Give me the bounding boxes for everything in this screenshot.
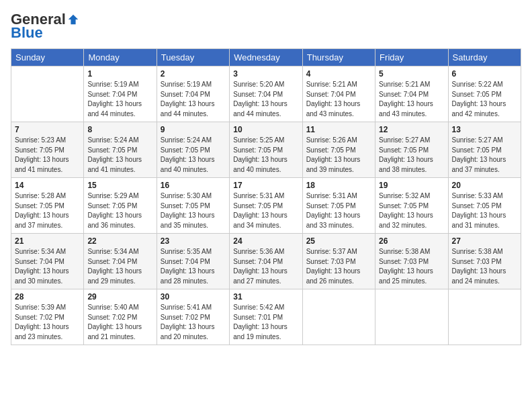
day-number: 18: [306, 181, 371, 190]
day-info: Sunrise: 5:21 AM Sunset: 7:04 PM Dayligh…: [306, 80, 371, 119]
day-number: 31: [233, 292, 298, 302]
calendar-week-row: 7Sunrise: 5:23 AM Sunset: 7:05 PM Daylig…: [11, 122, 521, 178]
day-info: Sunrise: 5:40 AM Sunset: 7:02 PM Dayligh…: [87, 303, 152, 342]
calendar-cell: 27Sunrise: 5:38 AM Sunset: 7:03 PM Dayli…: [448, 234, 521, 289]
day-number: 6: [452, 69, 517, 79]
day-info: Sunrise: 5:21 AM Sunset: 7:04 PM Dayligh…: [379, 80, 444, 119]
day-info: Sunrise: 5:24 AM Sunset: 7:05 PM Dayligh…: [161, 136, 226, 175]
day-number: 13: [452, 125, 517, 134]
calendar-cell: 26Sunrise: 5:38 AM Sunset: 7:03 PM Dayli…: [375, 234, 448, 289]
day-info: Sunrise: 5:22 AM Sunset: 7:05 PM Dayligh…: [452, 80, 517, 119]
day-number: 15: [87, 181, 152, 190]
calendar-cell: 28Sunrise: 5:39 AM Sunset: 7:02 PM Dayli…: [11, 289, 84, 345]
calendar-cell: 10Sunrise: 5:25 AM Sunset: 7:05 PM Dayli…: [230, 122, 302, 178]
day-number: 10: [233, 125, 298, 134]
weekday-header: Thursday: [302, 49, 375, 66]
day-number: 21: [15, 236, 80, 246]
calendar-cell: 30Sunrise: 5:41 AM Sunset: 7:02 PM Dayli…: [157, 289, 229, 345]
page-header: General Blue: [11, 11, 521, 42]
day-number: 8: [87, 125, 152, 134]
calendar-cell: 8Sunrise: 5:24 AM Sunset: 7:05 PM Daylig…: [84, 122, 157, 178]
calendar-cell: 15Sunrise: 5:29 AM Sunset: 7:05 PM Dayli…: [84, 178, 157, 234]
day-number: 4: [306, 69, 371, 79]
day-number: 2: [161, 69, 226, 79]
weekday-header: Sunday: [11, 49, 84, 66]
weekday-header: Monday: [84, 49, 157, 66]
day-info: Sunrise: 5:26 AM Sunset: 7:05 PM Dayligh…: [306, 136, 371, 175]
calendar-cell: 1Sunrise: 5:19 AM Sunset: 7:04 PM Daylig…: [84, 66, 157, 122]
day-number: 1: [87, 69, 152, 79]
day-info: Sunrise: 5:30 AM Sunset: 7:05 PM Dayligh…: [161, 191, 226, 230]
calendar-cell: 14Sunrise: 5:28 AM Sunset: 7:05 PM Dayli…: [11, 178, 84, 234]
calendar-cell: 31Sunrise: 5:42 AM Sunset: 7:01 PM Dayli…: [230, 289, 302, 345]
weekday-header: Wednesday: [230, 49, 302, 66]
calendar-header-row: SundayMondayTuesdayWednesdayThursdayFrid…: [11, 49, 521, 66]
day-info: Sunrise: 5:19 AM Sunset: 7:04 PM Dayligh…: [161, 80, 226, 119]
day-info: Sunrise: 5:36 AM Sunset: 7:04 PM Dayligh…: [233, 247, 298, 286]
day-number: 27: [452, 236, 517, 246]
calendar-cell: 22Sunrise: 5:34 AM Sunset: 7:04 PM Dayli…: [84, 234, 157, 289]
calendar-cell: 29Sunrise: 5:40 AM Sunset: 7:02 PM Dayli…: [84, 289, 157, 345]
day-info: Sunrise: 5:42 AM Sunset: 7:01 PM Dayligh…: [233, 303, 298, 342]
calendar-cell: 21Sunrise: 5:34 AM Sunset: 7:04 PM Dayli…: [11, 234, 84, 289]
day-info: Sunrise: 5:25 AM Sunset: 7:05 PM Dayligh…: [233, 136, 298, 175]
day-info: Sunrise: 5:27 AM Sunset: 7:05 PM Dayligh…: [379, 136, 444, 175]
day-info: Sunrise: 5:39 AM Sunset: 7:02 PM Dayligh…: [15, 303, 80, 342]
calendar-cell: 3Sunrise: 5:20 AM Sunset: 7:04 PM Daylig…: [230, 66, 302, 122]
weekday-header: Tuesday: [157, 49, 229, 66]
day-number: 14: [15, 181, 80, 190]
day-info: Sunrise: 5:20 AM Sunset: 7:04 PM Dayligh…: [233, 80, 298, 119]
logo: General Blue: [11, 11, 79, 42]
calendar-cell: 2Sunrise: 5:19 AM Sunset: 7:04 PM Daylig…: [157, 66, 229, 122]
day-number: 16: [161, 181, 226, 190]
day-info: Sunrise: 5:38 AM Sunset: 7:03 PM Dayligh…: [379, 247, 444, 286]
calendar-cell: 13Sunrise: 5:27 AM Sunset: 7:05 PM Dayli…: [448, 122, 521, 178]
day-number: 23: [161, 236, 226, 246]
day-number: 30: [161, 292, 226, 302]
day-number: 17: [233, 181, 298, 190]
day-number: 20: [452, 181, 517, 190]
calendar-cell: 11Sunrise: 5:26 AM Sunset: 7:05 PM Dayli…: [302, 122, 375, 178]
day-number: 28: [15, 292, 80, 302]
day-info: Sunrise: 5:32 AM Sunset: 7:05 PM Dayligh…: [379, 191, 444, 230]
day-number: 26: [379, 236, 444, 246]
day-info: Sunrise: 5:29 AM Sunset: 7:05 PM Dayligh…: [87, 191, 152, 230]
day-number: 12: [379, 125, 444, 134]
calendar-cell: [302, 289, 375, 345]
calendar-cell: 12Sunrise: 5:27 AM Sunset: 7:05 PM Dayli…: [375, 122, 448, 178]
day-info: Sunrise: 5:34 AM Sunset: 7:04 PM Dayligh…: [15, 247, 80, 286]
day-info: Sunrise: 5:27 AM Sunset: 7:05 PM Dayligh…: [452, 136, 517, 175]
calendar-week-row: 28Sunrise: 5:39 AM Sunset: 7:02 PM Dayli…: [11, 289, 521, 345]
weekday-header: Saturday: [448, 49, 521, 66]
day-info: Sunrise: 5:31 AM Sunset: 7:05 PM Dayligh…: [306, 191, 371, 230]
day-info: Sunrise: 5:31 AM Sunset: 7:05 PM Dayligh…: [233, 191, 298, 230]
calendar-table: SundayMondayTuesdayWednesdayThursdayFrid…: [11, 48, 521, 345]
calendar-cell: 17Sunrise: 5:31 AM Sunset: 7:05 PM Dayli…: [230, 178, 302, 234]
day-number: 29: [87, 292, 152, 302]
logo-blue: Blue: [11, 24, 43, 42]
weekday-header: Friday: [375, 49, 448, 66]
day-number: 25: [306, 236, 371, 246]
calendar-cell: [11, 66, 84, 122]
day-info: Sunrise: 5:24 AM Sunset: 7:05 PM Dayligh…: [87, 136, 152, 175]
calendar-cell: 16Sunrise: 5:30 AM Sunset: 7:05 PM Dayli…: [157, 178, 229, 234]
calendar-cell: 9Sunrise: 5:24 AM Sunset: 7:05 PM Daylig…: [157, 122, 229, 178]
calendar-week-row: 1Sunrise: 5:19 AM Sunset: 7:04 PM Daylig…: [11, 66, 521, 122]
calendar-week-row: 21Sunrise: 5:34 AM Sunset: 7:04 PM Dayli…: [11, 234, 521, 289]
day-info: Sunrise: 5:28 AM Sunset: 7:05 PM Dayligh…: [15, 191, 80, 230]
calendar-cell: 25Sunrise: 5:37 AM Sunset: 7:03 PM Dayli…: [302, 234, 375, 289]
day-info: Sunrise: 5:19 AM Sunset: 7:04 PM Dayligh…: [87, 80, 152, 119]
calendar-cell: 4Sunrise: 5:21 AM Sunset: 7:04 PM Daylig…: [302, 66, 375, 122]
day-info: Sunrise: 5:23 AM Sunset: 7:05 PM Dayligh…: [15, 136, 80, 175]
day-number: 9: [161, 125, 226, 134]
logo-icon: [67, 13, 79, 26]
calendar-cell: 23Sunrise: 5:35 AM Sunset: 7:04 PM Dayli…: [157, 234, 229, 289]
day-number: 19: [379, 181, 444, 190]
day-number: 24: [233, 236, 298, 246]
calendar-cell: 18Sunrise: 5:31 AM Sunset: 7:05 PM Dayli…: [302, 178, 375, 234]
day-info: Sunrise: 5:38 AM Sunset: 7:03 PM Dayligh…: [452, 247, 517, 286]
calendar-week-row: 14Sunrise: 5:28 AM Sunset: 7:05 PM Dayli…: [11, 178, 521, 234]
calendar-cell: 19Sunrise: 5:32 AM Sunset: 7:05 PM Dayli…: [375, 178, 448, 234]
day-info: Sunrise: 5:41 AM Sunset: 7:02 PM Dayligh…: [161, 303, 226, 342]
calendar-cell: [448, 289, 521, 345]
